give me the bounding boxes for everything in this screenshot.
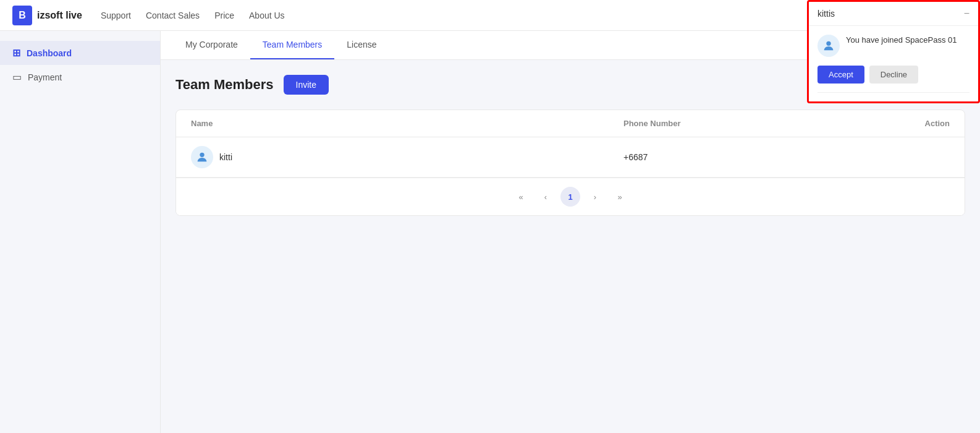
pagination-current[interactable]: 1	[560, 187, 580, 207]
popup-message: You have joined SpacePass 01	[846, 35, 957, 46]
pagination-last[interactable]: »	[610, 187, 630, 207]
popup-divider	[817, 92, 969, 93]
member-info: kitti	[191, 146, 623, 168]
payment-icon: ▭	[12, 71, 22, 83]
col-header-action: Action	[809, 119, 950, 128]
popup-header: kittis −	[809, 2, 978, 26]
pagination-next[interactable]: ›	[585, 187, 605, 207]
logo-text: izsoft live	[37, 10, 82, 21]
logo-area: B izsoft live	[12, 6, 82, 25]
svg-point-1	[826, 41, 830, 46]
nav-price[interactable]: Price	[214, 11, 234, 20]
table-row: kitti +6687	[176, 137, 965, 178]
dashboard-icon: ⊞	[12, 47, 20, 59]
popup-body: You have joined SpacePass 01 Accept Decl…	[809, 26, 978, 101]
popup-close-button[interactable]: −	[964, 8, 969, 19]
table-header: Name Phone Number Action	[176, 110, 965, 137]
logo-box: B	[12, 6, 32, 25]
avatar	[191, 146, 213, 168]
popup-avatar	[817, 35, 840, 57]
member-name: kitti	[219, 152, 232, 162]
accept-button[interactable]: Accept	[817, 66, 864, 84]
pagination-first[interactable]: «	[511, 187, 531, 207]
members-table: Name Phone Number Action kitti	[175, 109, 965, 216]
page-title: Team Members	[175, 77, 274, 93]
sidebar-label-payment: Payment	[28, 72, 62, 82]
tab-team-members[interactable]: Team Members	[250, 31, 334, 59]
svg-point-0	[200, 153, 204, 157]
sidebar-label-dashboard: Dashboard	[27, 48, 72, 58]
nav-contact-sales[interactable]: Contact Sales	[146, 11, 200, 20]
pagination: « ‹ 1 › »	[176, 178, 965, 215]
decline-button[interactable]: Decline	[869, 66, 918, 84]
nav-support[interactable]: Support	[101, 11, 131, 20]
nav-about-us[interactable]: About Us	[249, 11, 285, 20]
popup-notification: You have joined SpacePass 01	[817, 35, 969, 57]
popup-username: kittis	[817, 9, 835, 19]
popup-actions: Accept Decline	[817, 66, 969, 84]
col-header-name: Name	[191, 119, 623, 128]
nav-links: Support Contact Sales Price About Us	[101, 11, 925, 20]
tab-license[interactable]: License	[334, 31, 389, 59]
sidebar: ⊞ Dashboard ▭ Payment	[0, 31, 161, 433]
sidebar-item-payment[interactable]: ▭ Payment	[0, 65, 160, 89]
invite-button[interactable]: Invite	[284, 75, 329, 95]
notification-popup: kittis − You have joined SpacePass 01 Ac…	[807, 0, 980, 103]
pagination-prev[interactable]: ‹	[536, 187, 555, 207]
col-header-phone: Phone Number	[623, 119, 809, 128]
tab-my-corporate[interactable]: My Corporate	[173, 31, 250, 59]
member-phone: +6687	[623, 152, 809, 162]
sidebar-item-dashboard[interactable]: ⊞ Dashboard	[0, 41, 160, 65]
